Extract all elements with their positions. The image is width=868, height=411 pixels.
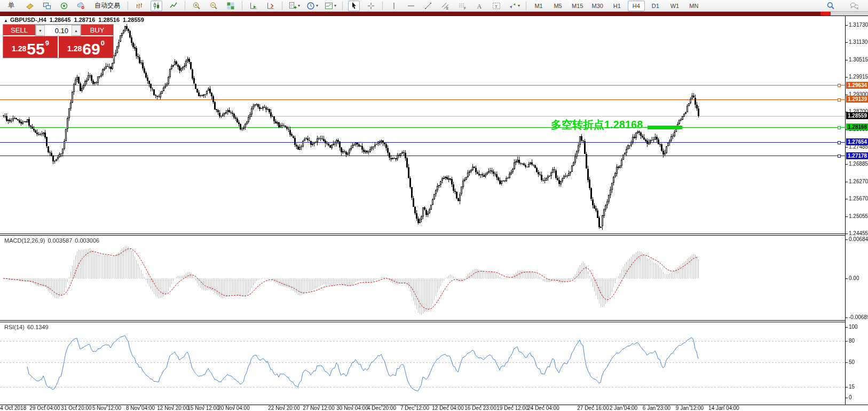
timeframe-h4[interactable]: H4 [628,1,645,11]
svg-text:A: A [477,2,482,10]
window-indicator [820,12,831,15]
cursor-icon[interactable] [348,1,360,11]
timeframe-h1[interactable]: H1 [609,1,626,11]
date-label: 9 Jan 12:00 [676,405,704,411]
hline-price-label[interactable]: 1.29634 [846,82,868,89]
macd-tick: 0.006844 [849,236,868,242]
dropdown-arrow-icon[interactable]: ▾ [298,3,300,8]
dropdown-arrow-icon[interactable]: ▾ [518,3,520,8]
macd-label: MACD(12,26,9)0.0035870.003006 [4,237,102,244]
fibonacci-icon[interactable]: F [456,1,468,11]
toolbar-separator [185,2,185,10]
macd-main-value: 0.003587 [48,237,72,244]
price-tick: 1.31730 [849,22,868,28]
date-label: 14 Jan 04:00 [708,405,739,411]
timeframe-m30[interactable]: M30 [588,1,606,11]
date-label: 6 Jan 23:00 [643,405,670,411]
horizontal-line-icon[interactable] [405,1,417,11]
candlestick-chart-icon[interactable] [151,1,162,11]
rsi-tick: 80 [849,338,855,344]
sell-price[interactable]: 1.28559 [3,36,58,58]
pivot-annotation[interactable]: 多空转折点1.28168 [551,118,643,132]
chat-icon[interactable] [848,1,860,11]
chart-header: ▲GBPUSD-,H41.286451.287161.285161.28559 [4,17,147,23]
date-label: 31 Oct 20:00 [61,405,91,411]
date-label: 27 Nov 12:00 [303,405,335,411]
svg-text:E: E [446,6,449,10]
toolbar: 单自动交易▾▾▾EFAT▾M1M5M15M30H1H4D1W1MN [0,0,868,12]
date-label: 15 Nov 12:00 [187,405,219,411]
date-label: 2 Jan 04:00 [610,405,637,411]
autotrading-button[interactable]: 自动交易 [92,1,122,11]
date-label: 30 Nov 04:00 [336,405,368,411]
volume-decrease-button[interactable]: ▼ [36,25,45,36]
label-icon[interactable]: T [491,1,502,11]
date-label: 24 Oct 2018 [0,405,26,411]
rsi-tick: 100 [849,324,858,330]
collapse-triangle-icon[interactable]: ▲ [4,18,8,23]
periods-icon[interactable]: ▾ [306,1,319,11]
rsi-name: RSI(14) [4,324,25,330]
ohlc-open: 1.28645 [50,17,71,23]
zoom-in-icon[interactable] [191,1,202,11]
line-chart-icon[interactable] [168,1,179,11]
timeframe-d1[interactable]: D1 [647,1,664,11]
date-label: 7 Dec 12:00 [400,405,429,411]
zoom-out-icon[interactable] [208,1,219,11]
timeframe-mn[interactable]: MN [685,1,703,11]
volume-increase-button[interactable]: ▲ [72,25,81,36]
rsi-tick: 50 [849,359,855,365]
template-icon[interactable]: ▾ [324,1,337,11]
tile-windows-icon[interactable] [225,1,236,11]
sell-price-sup: 9 [45,39,49,47]
new-order-fragment[interactable]: 单 [4,1,19,11]
date-label: 22 Nov 20:00 [268,405,300,411]
price-chart-canvas[interactable] [0,0,868,411]
current-price-label[interactable]: 1.28559 [846,112,868,119]
timeframe-w1[interactable]: W1 [666,1,683,11]
auto-scroll-icon[interactable] [248,1,259,11]
date-label: 5 Nov 12:00 [92,405,121,411]
toolbar-separator [128,2,128,10]
trendline-icon[interactable] [422,1,434,11]
signal-icon[interactable] [58,1,70,11]
macd-tick: 0.00 [849,275,859,281]
price-tick: 1.25055 [849,213,868,219]
buy-price-prefix: 1.28 [67,44,82,53]
rsi-tick: 0 [849,394,852,400]
hline-price-label[interactable]: 1.27654 [846,138,868,145]
gold-tag-icon[interactable] [24,1,36,11]
computer-icon[interactable] [41,1,53,11]
hline-price-label[interactable]: 1.27178 [846,152,868,159]
price-tick: 1.31130 [849,39,867,45]
add-indicator-icon[interactable]: ▾ [288,1,301,11]
date-label: 16 Dec 23:00 [464,405,496,411]
price-tick: 1.25670 [849,196,868,201]
crosshair-icon[interactable] [365,1,377,11]
timeframe-m1[interactable]: M1 [530,1,547,11]
buy-button[interactable]: BUY [81,25,113,36]
price-tick: 1.24455 [849,230,868,236]
arrows-icon[interactable]: ▾ [508,1,520,11]
channel-icon[interactable]: E [439,1,451,11]
dropdown-arrow-icon[interactable]: ▾ [316,3,318,8]
chart-shift-icon[interactable] [265,1,277,11]
text-icon[interactable]: A [474,1,485,11]
hline-price-label[interactable]: 1.28168 [846,123,868,130]
timeframe-m5[interactable]: M5 [549,1,566,11]
vertical-line-icon[interactable] [388,1,400,11]
dropdown-arrow-icon[interactable]: ▾ [334,3,336,8]
volume-input[interactable]: 0.10 [45,25,72,36]
bar-chart-icon[interactable] [133,1,145,11]
macd-tick: -0.006894 [849,314,868,320]
autotrading-cloud-icon[interactable] [75,1,87,11]
hline-price-label[interactable]: 1.29139 [846,96,868,103]
timeframe-m15[interactable]: M15 [569,1,586,11]
chart-window-strip-end [831,12,868,15]
buy-price-sup: 0 [101,39,105,47]
search-icon[interactable] [825,1,837,11]
sell-button[interactable]: SELL [3,25,35,36]
price-tick: 1.30515 [849,57,868,63]
buy-price[interactable]: 1.28690 [58,36,113,58]
date-label: 19 Dec 12:00 [496,405,528,411]
